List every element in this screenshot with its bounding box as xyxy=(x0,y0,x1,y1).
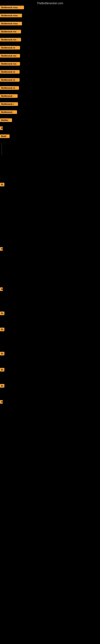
badge-11[interactable]: Bottleneck re xyxy=(0,86,19,90)
badge-3[interactable]: Bottleneck resu xyxy=(0,22,22,25)
badge-22[interactable]: Bo xyxy=(0,328,4,331)
badge-9[interactable]: Bottleneck re xyxy=(0,70,20,74)
badge-13[interactable]: Bottleneck r xyxy=(0,102,18,106)
badge-17[interactable]: Bottl xyxy=(0,134,10,138)
badge-18[interactable]: Bo xyxy=(0,183,4,186)
badge-21[interactable]: Bo xyxy=(0,312,4,315)
vertical-line xyxy=(1,143,2,155)
badge-25[interactable]: Bo xyxy=(0,384,4,388)
badge-10[interactable]: Bottleneck re xyxy=(0,78,20,82)
badge-4[interactable]: Bottleneck res xyxy=(0,30,21,34)
badge-15[interactable]: Bottler xyxy=(0,118,12,122)
badge-12[interactable]: Bottleneck xyxy=(0,94,18,98)
badge-24[interactable]: Bo xyxy=(0,368,4,372)
badge-7[interactable]: Bottleneck res xyxy=(0,54,20,58)
badge-6[interactable]: Bottleneck re xyxy=(0,46,20,50)
site-title: TheBottlenecker.com xyxy=(0,2,100,5)
badge-8[interactable]: Bottleneck res xyxy=(0,62,20,66)
badge-26[interactable]: B xyxy=(0,400,3,404)
badge-20[interactable]: B xyxy=(0,288,3,291)
badge-23[interactable]: Bo xyxy=(0,352,4,356)
badge-16[interactable]: B xyxy=(0,126,3,130)
badge-5[interactable]: Bottleneck res xyxy=(0,38,21,42)
badge-19[interactable]: B xyxy=(0,247,3,251)
badge-14[interactable]: Bottleneck xyxy=(0,110,17,114)
badge-2[interactable]: Bottleneck resu xyxy=(0,14,22,17)
badge-1[interactable]: Bottleneck resu xyxy=(0,6,24,9)
